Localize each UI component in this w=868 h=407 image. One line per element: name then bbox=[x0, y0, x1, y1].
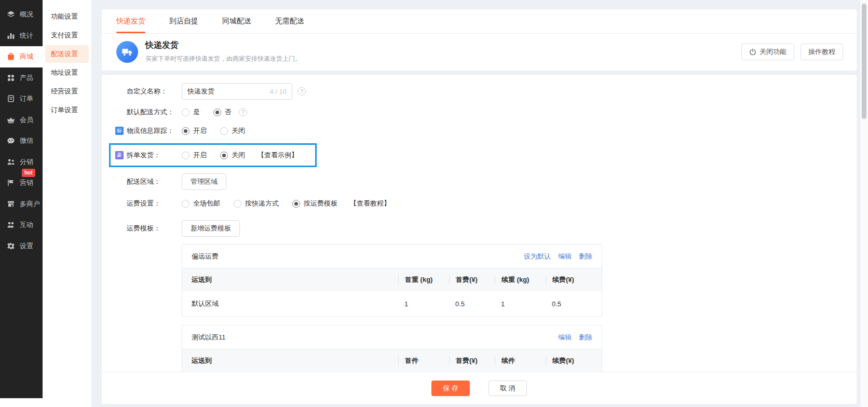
submenu-item-delivery[interactable]: 配送设置 bbox=[45, 45, 89, 63]
sidebar-item-label: 设置 bbox=[20, 241, 33, 251]
freight-setting-row: 运费设置： 全场包邮 按快递方式 按运费模板 【查看教程】 bbox=[102, 198, 857, 209]
radio-icon[interactable] bbox=[182, 152, 189, 159]
set-default-link[interactable]: 设为默认 bbox=[524, 252, 551, 261]
radio-icon[interactable] bbox=[234, 200, 241, 208]
delivery-area-row: 配送区域： 管理区域 bbox=[102, 173, 857, 190]
radio-option-on[interactable]: 开启 bbox=[182, 126, 207, 135]
submenu-item-function[interactable]: 功能设置 bbox=[45, 8, 89, 25]
submenu-item-address[interactable]: 地址设置 bbox=[45, 64, 89, 82]
sidebar-item-label: 互动 bbox=[20, 220, 33, 229]
help-icon[interactable]: ? bbox=[239, 108, 247, 116]
radio-icon[interactable] bbox=[220, 127, 228, 135]
freight-template-table-1: 偏远运费 设为默认 编辑 删除 运送到 首重 (kg) 首费(¥) 续重 (kg… bbox=[182, 244, 602, 317]
edit-link[interactable]: 编辑 bbox=[558, 252, 572, 261]
save-button[interactable]: 保 存 bbox=[431, 381, 470, 396]
default-method-row: 默认配送方式： 是 否 ? bbox=[102, 107, 857, 117]
submenu-item-payment[interactable]: 支付设置 bbox=[45, 26, 89, 44]
column-header: 首费(¥) bbox=[449, 356, 495, 365]
delete-link[interactable]: 删除 bbox=[579, 333, 592, 342]
table-header-row: 运送到 首件 首费(¥) 续件 续费(¥) bbox=[182, 349, 602, 372]
close-function-button[interactable]: 关闭功能 bbox=[741, 44, 794, 60]
radio-option-by-express[interactable]: 按快递方式 bbox=[234, 199, 279, 208]
radio-icon[interactable] bbox=[220, 152, 228, 159]
multimerchant-store-icon bbox=[7, 200, 15, 208]
tab-city-delivery[interactable]: 同城配送 bbox=[222, 9, 251, 33]
header-actions: 关闭功能 操作教程 bbox=[741, 44, 843, 60]
panel-header: 快递发货 买家下单时可选择快递发货，由商家安排快递送货上门。 关闭功能 操作教程 bbox=[102, 34, 857, 71]
sidebar-item-interaction[interactable]: 互动 bbox=[0, 214, 43, 236]
add-template-button[interactable]: 新增运费模板 bbox=[182, 220, 240, 237]
distribution-icon bbox=[7, 158, 15, 166]
submenu-label: 配送设置 bbox=[51, 49, 78, 59]
power-icon bbox=[749, 48, 756, 56]
sidebar-item-overview[interactable]: 概况 bbox=[0, 4, 43, 25]
custom-name-label: 自定义名称： bbox=[127, 87, 167, 96]
sidebar-item-member[interactable]: 会员 bbox=[0, 110, 43, 131]
custom-name-field: 4 / 10 bbox=[182, 83, 292, 100]
submenu-item-order[interactable]: 订单设置 bbox=[45, 101, 89, 119]
submenu-label: 支付设置 bbox=[51, 31, 78, 40]
sidebar-item-wechat[interactable]: 微信 bbox=[0, 130, 43, 152]
radio-icon[interactable] bbox=[182, 127, 189, 135]
radio-label: 是 bbox=[193, 107, 200, 117]
column-header: 运送到 bbox=[182, 356, 398, 365]
radio-option-by-template[interactable]: 按运费模板 bbox=[292, 199, 337, 208]
template-title: 偏远运费 bbox=[192, 252, 219, 261]
delivery-truck-icon bbox=[116, 41, 138, 63]
sidebar-item-product[interactable]: 产品 bbox=[0, 67, 43, 89]
cell-next-weight: 1 bbox=[495, 300, 546, 308]
tab-express-delivery[interactable]: 快递发货 bbox=[116, 9, 145, 33]
page: 概况 统计 商城 产品 订单 会员 微信 分销 bbox=[0, 0, 868, 407]
sidebar-item-label: 分销 bbox=[20, 157, 33, 167]
radio-icon[interactable] bbox=[213, 108, 221, 116]
column-header: 续费(¥) bbox=[546, 356, 602, 365]
custom-name-input[interactable] bbox=[187, 88, 266, 96]
sidebar-item-multimerchant[interactable]: 多商户 bbox=[0, 194, 43, 215]
wechat-icon bbox=[7, 137, 15, 145]
tutorial-button[interactable]: 操作教程 bbox=[801, 44, 843, 60]
custom-name-row: 自定义名称： 4 / 10 ? bbox=[102, 83, 857, 100]
settings-submenu: 功能设置 支付设置 配送设置 地址设置 经营设置 订单设置 bbox=[43, 0, 91, 407]
sidebar-item-mall[interactable]: 商城 bbox=[0, 46, 43, 67]
premium-edition-tag-icon: 豪 bbox=[115, 151, 124, 159]
sidebar-item-order[interactable]: 订单 bbox=[0, 88, 43, 110]
radio-label: 按快递方式 bbox=[245, 199, 279, 208]
edit-link[interactable]: 编辑 bbox=[558, 333, 572, 342]
radio-option-off[interactable]: 关闭 bbox=[220, 126, 245, 135]
stats-icon bbox=[7, 32, 15, 40]
submenu-item-business[interactable]: 经营设置 bbox=[45, 83, 89, 100]
view-tutorial-link[interactable]: 【查看教程】 bbox=[350, 199, 390, 208]
radio-option-yes[interactable]: 是 bbox=[182, 107, 200, 117]
radio-icon[interactable] bbox=[182, 200, 189, 208]
radio-option-on[interactable]: 开启 bbox=[182, 151, 207, 160]
template-title: 测试以西11 bbox=[192, 333, 226, 342]
page-scrollbar[interactable] bbox=[860, 0, 868, 407]
marketing-flag-icon bbox=[7, 179, 15, 187]
tab-store-pickup[interactable]: 到店自提 bbox=[169, 9, 198, 33]
submenu-label: 经营设置 bbox=[51, 87, 78, 96]
scrollbar-thumb[interactable] bbox=[862, 4, 866, 119]
radio-icon[interactable] bbox=[182, 108, 189, 116]
sidebar-item-settings[interactable]: 设置 bbox=[0, 236, 43, 257]
radio-option-off[interactable]: 关闭 bbox=[220, 151, 245, 160]
column-header: 首费(¥) bbox=[449, 275, 495, 284]
radio-label: 关闭 bbox=[232, 126, 245, 135]
submenu-label: 地址设置 bbox=[51, 68, 78, 77]
radio-option-no[interactable]: 否 bbox=[213, 107, 232, 117]
sidebar-item-stats[interactable]: 统计 bbox=[0, 25, 43, 47]
radio-icon[interactable] bbox=[292, 200, 300, 208]
view-example-link[interactable]: 【查看示例】 bbox=[257, 151, 298, 160]
radio-option-free-shipping[interactable]: 全场包邮 bbox=[182, 199, 220, 208]
radio-label: 开启 bbox=[193, 151, 207, 160]
manage-area-button[interactable]: 管理区域 bbox=[182, 173, 226, 190]
tab-no-delivery[interactable]: 无需配送 bbox=[275, 9, 304, 33]
sidebar-item-distribution[interactable]: 分销 bbox=[0, 152, 43, 173]
delete-link[interactable]: 删除 bbox=[579, 252, 592, 261]
delivery-area-label: 配送区域： bbox=[127, 177, 160, 186]
help-icon[interactable]: ? bbox=[297, 87, 306, 96]
close-function-label: 关闭功能 bbox=[760, 47, 786, 57]
cancel-button[interactable]: 取 消 bbox=[489, 381, 527, 396]
sidebar-item-marketing[interactable]: 营销 hot bbox=[0, 172, 43, 194]
column-header: 首件 bbox=[398, 356, 449, 365]
sidebar-item-label: 微信 bbox=[20, 136, 33, 145]
